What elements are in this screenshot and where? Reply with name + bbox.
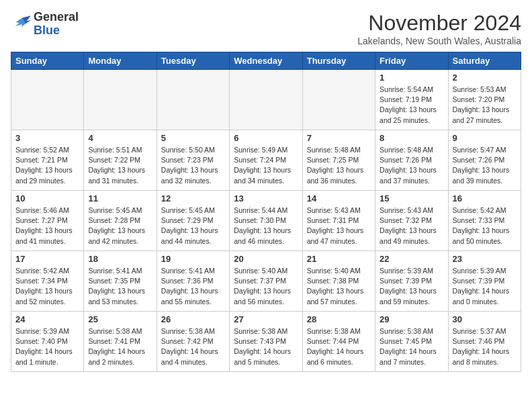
day-number: 16 [453, 193, 517, 203]
day-number: 21 [307, 254, 371, 264]
calendar-cell: 30Sunrise: 5:37 AMSunset: 7:46 PMDayligh… [448, 312, 521, 372]
day-info: Sunrise: 5:39 AMSunset: 7:40 PMDaylight:… [15, 326, 79, 367]
day-number: 23 [453, 254, 517, 264]
calendar-cell: 10Sunrise: 5:46 AMSunset: 7:27 PMDayligh… [11, 191, 84, 251]
day-info: Sunrise: 5:54 AMSunset: 7:19 PMDaylight:… [380, 85, 443, 126]
location: Lakelands, New South Wales, Australia [357, 36, 521, 46]
day-number: 3 [15, 133, 79, 143]
month-title: November 2024 [357, 11, 521, 36]
calendar-cell: 2Sunrise: 5:53 AMSunset: 7:20 PMDaylight… [448, 70, 521, 130]
title-block: November 2024 Lakelands, New South Wales… [357, 11, 521, 46]
calendar-cell: 20Sunrise: 5:40 AMSunset: 7:37 PMDayligh… [230, 251, 302, 312]
day-info: Sunrise: 5:51 AMSunset: 7:22 PMDaylight:… [88, 145, 152, 186]
calendar-cell: 26Sunrise: 5:38 AMSunset: 7:42 PMDayligh… [157, 312, 229, 372]
day-number: 7 [307, 133, 371, 143]
calendar-cell: 9Sunrise: 5:47 AMSunset: 7:26 PMDaylight… [448, 130, 521, 191]
day-number: 15 [380, 193, 443, 203]
calendar-cell [230, 70, 302, 130]
day-info: Sunrise: 5:42 AMSunset: 7:34 PMDaylight:… [15, 266, 79, 307]
weekday-header-saturday: Saturday [448, 52, 521, 70]
day-info: Sunrise: 5:44 AMSunset: 7:30 PMDaylight:… [234, 205, 298, 246]
logo-bird-icon [11, 15, 31, 34]
day-number: 17 [15, 254, 79, 264]
day-number: 30 [453, 314, 517, 324]
calendar-cell [157, 70, 229, 130]
day-info: Sunrise: 5:38 AMSunset: 7:41 PMDaylight:… [88, 326, 152, 367]
day-info: Sunrise: 5:38 AMSunset: 7:45 PMDaylight:… [380, 326, 443, 367]
day-info: Sunrise: 5:37 AMSunset: 7:46 PMDaylight:… [453, 326, 517, 367]
day-number: 9 [453, 133, 517, 143]
day-number: 28 [307, 314, 371, 324]
calendar-cell: 5Sunrise: 5:50 AMSunset: 7:23 PMDaylight… [157, 130, 229, 191]
calendar-cell: 21Sunrise: 5:40 AMSunset: 7:38 PMDayligh… [302, 251, 375, 312]
day-number: 1 [380, 73, 443, 83]
calendar-cell: 27Sunrise: 5:38 AMSunset: 7:43 PMDayligh… [230, 312, 302, 372]
calendar-cell: 29Sunrise: 5:38 AMSunset: 7:45 PMDayligh… [375, 312, 448, 372]
calendar-cell: 17Sunrise: 5:42 AMSunset: 7:34 PMDayligh… [11, 251, 84, 312]
calendar-cell: 7Sunrise: 5:48 AMSunset: 7:25 PMDaylight… [302, 130, 375, 191]
day-number: 12 [161, 193, 225, 203]
calendar-cell [11, 70, 84, 130]
calendar-table: SundayMondayTuesdayWednesdayThursdayFrid… [11, 52, 521, 372]
day-info: Sunrise: 5:46 AMSunset: 7:27 PMDaylight:… [15, 205, 79, 246]
logo: General Blue [11, 11, 79, 38]
calendar-week-2: 3Sunrise: 5:52 AMSunset: 7:21 PMDaylight… [11, 130, 521, 191]
logo-text: General Blue [34, 11, 79, 38]
weekday-header-wednesday: Wednesday [230, 52, 302, 70]
day-info: Sunrise: 5:40 AMSunset: 7:38 PMDaylight:… [307, 266, 371, 307]
day-number: 18 [88, 254, 152, 264]
weekday-header-monday: Monday [84, 52, 157, 70]
calendar-cell: 13Sunrise: 5:44 AMSunset: 7:30 PMDayligh… [230, 191, 302, 251]
calendar-cell: 1Sunrise: 5:54 AMSunset: 7:19 PMDaylight… [375, 70, 448, 130]
day-number: 8 [380, 133, 443, 143]
calendar-week-1: 1Sunrise: 5:54 AMSunset: 7:19 PMDaylight… [11, 70, 521, 130]
day-number: 20 [234, 254, 298, 264]
day-info: Sunrise: 5:43 AMSunset: 7:31 PMDaylight:… [307, 205, 371, 246]
calendar-cell [84, 70, 157, 130]
day-info: Sunrise: 5:45 AMSunset: 7:29 PMDaylight:… [161, 205, 225, 246]
calendar-cell: 11Sunrise: 5:45 AMSunset: 7:28 PMDayligh… [84, 191, 157, 251]
day-info: Sunrise: 5:49 AMSunset: 7:24 PMDaylight:… [234, 145, 298, 186]
day-info: Sunrise: 5:39 AMSunset: 7:39 PMDaylight:… [380, 266, 443, 307]
calendar-cell: 3Sunrise: 5:52 AMSunset: 7:21 PMDaylight… [11, 130, 84, 191]
day-info: Sunrise: 5:52 AMSunset: 7:21 PMDaylight:… [15, 145, 79, 186]
day-number: 2 [453, 73, 517, 83]
calendar-cell: 19Sunrise: 5:41 AMSunset: 7:36 PMDayligh… [157, 251, 229, 312]
day-number: 24 [15, 314, 79, 324]
calendar-cell: 22Sunrise: 5:39 AMSunset: 7:39 PMDayligh… [375, 251, 448, 312]
day-info: Sunrise: 5:50 AMSunset: 7:23 PMDaylight:… [161, 145, 225, 186]
day-info: Sunrise: 5:39 AMSunset: 7:39 PMDaylight:… [453, 266, 517, 307]
weekday-header-row: SundayMondayTuesdayWednesdayThursdayFrid… [11, 52, 521, 70]
weekday-header-sunday: Sunday [11, 52, 84, 70]
day-info: Sunrise: 5:41 AMSunset: 7:36 PMDaylight:… [161, 266, 225, 307]
day-info: Sunrise: 5:42 AMSunset: 7:33 PMDaylight:… [453, 205, 517, 246]
day-info: Sunrise: 5:40 AMSunset: 7:37 PMDaylight:… [234, 266, 298, 307]
day-info: Sunrise: 5:38 AMSunset: 7:44 PMDaylight:… [307, 326, 371, 367]
calendar-cell: 15Sunrise: 5:43 AMSunset: 7:32 PMDayligh… [375, 191, 448, 251]
day-number: 19 [161, 254, 225, 264]
day-number: 27 [234, 314, 298, 324]
day-info: Sunrise: 5:38 AMSunset: 7:43 PMDaylight:… [234, 326, 298, 367]
day-info: Sunrise: 5:43 AMSunset: 7:32 PMDaylight:… [380, 205, 443, 246]
day-number: 14 [307, 193, 371, 203]
day-number: 4 [88, 133, 152, 143]
calendar-cell [302, 70, 375, 130]
day-info: Sunrise: 5:45 AMSunset: 7:28 PMDaylight:… [88, 205, 152, 246]
calendar-cell: 12Sunrise: 5:45 AMSunset: 7:29 PMDayligh… [157, 191, 229, 251]
day-info: Sunrise: 5:41 AMSunset: 7:35 PMDaylight:… [88, 266, 152, 307]
calendar-week-5: 24Sunrise: 5:39 AMSunset: 7:40 PMDayligh… [11, 312, 521, 372]
day-number: 25 [88, 314, 152, 324]
calendar-cell: 6Sunrise: 5:49 AMSunset: 7:24 PMDaylight… [230, 130, 302, 191]
day-info: Sunrise: 5:48 AMSunset: 7:26 PMDaylight:… [380, 145, 443, 186]
calendar-cell: 8Sunrise: 5:48 AMSunset: 7:26 PMDaylight… [375, 130, 448, 191]
calendar-week-4: 17Sunrise: 5:42 AMSunset: 7:34 PMDayligh… [11, 251, 521, 312]
calendar-cell: 23Sunrise: 5:39 AMSunset: 7:39 PMDayligh… [448, 251, 521, 312]
calendar-cell: 24Sunrise: 5:39 AMSunset: 7:40 PMDayligh… [11, 312, 84, 372]
weekday-header-thursday: Thursday [302, 52, 375, 70]
day-number: 22 [380, 254, 443, 264]
calendar-cell: 28Sunrise: 5:38 AMSunset: 7:44 PMDayligh… [302, 312, 375, 372]
day-number: 6 [234, 133, 298, 143]
day-number: 11 [88, 193, 152, 203]
day-number: 5 [161, 133, 225, 143]
day-number: 13 [234, 193, 298, 203]
